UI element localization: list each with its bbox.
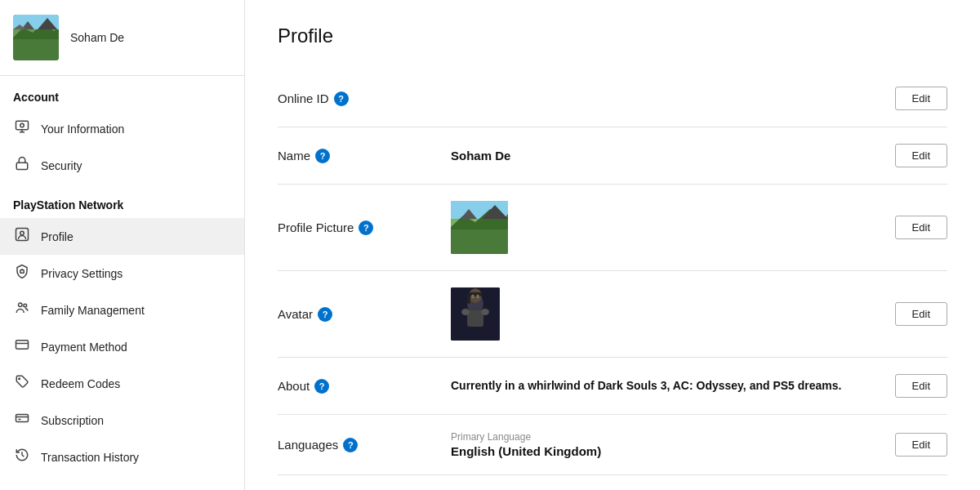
about-edit: Edit [895, 374, 947, 398]
svg-rect-27 [469, 292, 482, 296]
sidebar: Soham De Account Your Information Securi… [0, 0, 245, 490]
svg-point-29 [471, 295, 474, 299]
avatar-thumbnail [451, 287, 500, 341]
svg-point-8 [20, 123, 24, 127]
sidebar-item-security[interactable]: Security [0, 147, 244, 184]
svg-rect-28 [467, 294, 470, 304]
profile-picture-label: Profile Picture ? [278, 220, 441, 235]
svg-rect-12 [20, 270, 24, 274]
name-help-icon[interactable]: ? [315, 149, 330, 163]
sidebar-item-label: Subscription [41, 414, 104, 427]
about-value: Currently in a whirlwind of Dark Souls 3… [441, 378, 895, 394]
languages-value: Primary Language English (United Kingdom… [441, 431, 895, 458]
svg-point-30 [476, 295, 479, 299]
about-label: About ? [278, 379, 441, 394]
credit-card-icon [13, 337, 31, 356]
name-label: Name ? [278, 149, 441, 163]
svg-rect-7 [16, 121, 29, 130]
sidebar-item-profile[interactable]: Profile [0, 218, 244, 255]
sidebar-item-label: Security [41, 159, 82, 172]
sidebar-item-redeem-codes[interactable]: Redeem Codes [0, 365, 244, 402]
sidebar-item-label: Privacy Settings [41, 267, 122, 280]
sidebar-item-label: Transaction History [41, 451, 139, 464]
svg-rect-9 [16, 163, 28, 169]
avatar-value [441, 287, 895, 341]
person-square-icon [13, 227, 31, 246]
avatar-help-icon[interactable]: ? [318, 307, 332, 322]
profile-picture-thumbnail [451, 201, 508, 254]
name-edit: Edit [895, 144, 947, 167]
avatar-label: Avatar ? [278, 307, 441, 322]
svg-rect-17 [16, 415, 29, 422]
profile-picture-edit-button[interactable]: Edit [895, 216, 947, 239]
sidebar-item-subscription[interactable]: Subscription [0, 402, 244, 439]
person-icon [13, 119, 31, 138]
sidebar-item-your-information[interactable]: Your Information [0, 110, 244, 147]
sidebar-item-payment-method[interactable]: Payment Method [0, 328, 244, 365]
profile-picture-edit: Edit [895, 216, 947, 239]
svg-point-13 [19, 303, 23, 307]
svg-point-16 [19, 378, 20, 380]
online-id-help-icon[interactable]: ? [334, 91, 349, 106]
user-header: Soham De [0, 0, 244, 76]
languages-edit-button[interactable]: Edit [895, 433, 947, 457]
main-content: Profile Online ID ? Edit Name ? Soham De… [245, 0, 980, 490]
languages-edit: Edit [895, 433, 947, 457]
svg-rect-1 [13, 39, 59, 60]
refresh-icon [13, 411, 31, 430]
sidebar-item-transaction-history[interactable]: Transaction History [0, 439, 244, 475]
people-icon [13, 301, 31, 319]
online-id-row: Online ID ? Edit [278, 70, 947, 127]
svg-rect-31 [467, 310, 483, 327]
svg-rect-15 [16, 341, 29, 350]
about-help-icon[interactable]: ? [314, 379, 329, 394]
sidebar-item-label: Redeem Codes [41, 377, 120, 390]
psn-section-label: PlayStation Network [0, 184, 244, 218]
about-edit-button[interactable]: Edit [895, 374, 947, 398]
name-row: Name ? Soham De Edit [278, 127, 947, 185]
lock-icon [13, 156, 31, 175]
svg-rect-19 [451, 229, 508, 254]
name-value: Soham De [441, 149, 895, 163]
online-id-edit-button[interactable]: Edit [895, 87, 947, 110]
languages-help-icon[interactable]: ? [343, 438, 358, 452]
online-id-label: Online ID ? [278, 91, 441, 106]
sidebar-item-privacy-settings[interactable]: Privacy Settings [0, 255, 244, 292]
about-row: About ? Currently in a whirlwind of Dark… [278, 358, 947, 415]
sidebar-item-label: Profile [41, 230, 74, 243]
username: Soham De [70, 31, 124, 44]
profile-picture-row: Profile Picture ? Edit [278, 185, 947, 271]
profile-picture-value [441, 201, 895, 254]
svg-point-32 [461, 309, 470, 315]
sidebar-item-family-management[interactable]: Family Management [0, 292, 244, 328]
svg-point-14 [24, 304, 27, 307]
tag-icon [13, 374, 31, 393]
name-edit-button[interactable]: Edit [895, 144, 947, 167]
sidebar-item-label: Your Information [41, 122, 124, 136]
sidebar-item-label: Payment Method [41, 341, 127, 354]
avatar-edit-button[interactable]: Edit [895, 302, 947, 326]
history-icon [13, 448, 31, 466]
sidebar-item-label: Family Management [41, 304, 145, 317]
languages-row: Languages ? Primary Language English (Un… [278, 415, 947, 475]
svg-point-33 [481, 309, 489, 315]
languages-label: Languages ? [278, 438, 441, 452]
online-id-edit: Edit [895, 87, 947, 110]
svg-point-11 [20, 231, 24, 235]
shield-lock-icon [13, 264, 31, 283]
avatar-row: Avatar ? [278, 271, 947, 358]
profile-picture-help-icon[interactable]: ? [359, 220, 373, 235]
user-avatar-image [13, 15, 59, 60]
avatar-edit: Edit [895, 302, 947, 326]
page-title: Profile [278, 24, 947, 47]
account-section-label: Account [0, 76, 244, 110]
